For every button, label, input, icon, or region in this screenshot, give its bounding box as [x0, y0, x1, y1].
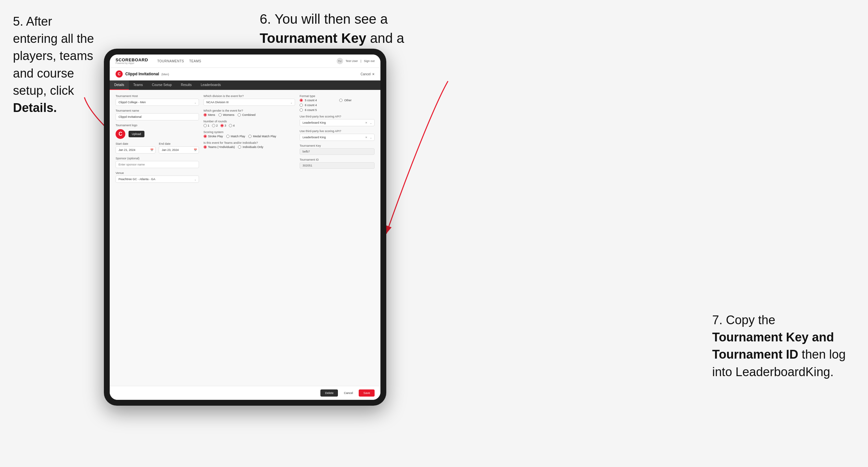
form-right-col: Format type 5 count 4 6 count 4: [300, 94, 375, 381]
tab-details[interactable]: Details: [110, 81, 129, 90]
tournament-logo-label: Tournament logo: [116, 124, 199, 127]
sponsor-label: Sponsor (optional): [116, 157, 199, 160]
format-5count4[interactable]: 5 count 4: [300, 99, 335, 102]
tabs-bar: Details Teams Course Setup Results Leade…: [110, 81, 380, 90]
scoring-medal-match[interactable]: Medal Match Play: [248, 135, 276, 138]
teams-group: Is this event for Teams and/or Individua…: [204, 141, 295, 149]
round-2[interactable]: 2: [212, 124, 218, 127]
individuals-only[interactable]: Individuals Only: [238, 145, 263, 149]
start-date-wrapper: [116, 146, 155, 154]
format-radio-group: 5 count 4 6 count 4 6 count 5: [300, 99, 335, 112]
tournament-logo-group: Tournament logo C Upload: [116, 124, 199, 139]
tournament-id-group: Tournament ID 302051: [300, 158, 375, 169]
start-date-input[interactable]: [116, 146, 155, 154]
end-date-wrapper: [159, 146, 199, 154]
third-party-2-group: Use third-party live scoring API? Leader…: [300, 129, 375, 141]
format-type-group: Format type 5 count 4 6 count 4: [300, 94, 375, 112]
tab-course-setup[interactable]: Course Setup: [147, 81, 176, 90]
format-6count5[interactable]: 6 count 5: [300, 108, 335, 112]
format-col-right: Other: [339, 99, 375, 112]
third-party-1-group: Use third-party live scoring API? Leader…: [300, 115, 375, 126]
user-name: Test User: [346, 59, 358, 63]
venue-select-wrapper: Peachtree GC - Atlanta - GA: [116, 176, 199, 183]
third-party-1-label: Use third-party live scoring API?: [300, 115, 375, 118]
round-4[interactable]: 4: [229, 124, 235, 127]
third-party-2-clear[interactable]: ✕: [365, 136, 368, 139]
navbar-links: TOURNAMENTS TEAMS: [157, 59, 201, 64]
teams-radio-group: Teams (+Individuals) Individuals Only: [204, 145, 295, 149]
tab-teams[interactable]: Teams: [129, 81, 147, 90]
save-button[interactable]: Save: [359, 390, 375, 397]
tablet-screen: SCOREBOARD Powered by clippd TOURNAMENTS…: [110, 55, 380, 400]
venue-group: Venue Peachtree GC - Atlanta - GA: [116, 172, 199, 183]
third-party-1-wrapper: Leaderboard King ✕: [300, 119, 375, 126]
navbar-brand: SCOREBOARD Powered by clippd: [116, 58, 148, 64]
tournament-name-group: Tournament name: [116, 109, 199, 120]
scoring-radio-group: Stroke Play Match Play Medal Match Play: [204, 135, 295, 138]
format-6count4[interactable]: 6 count 4: [300, 103, 335, 107]
scoring-match[interactable]: Match Play: [226, 135, 245, 138]
gender-radio-group: Mens Womens Combined: [204, 113, 295, 117]
annotation-bottom-right: 7. Copy the Tournament Key and Tournamen…: [712, 312, 848, 381]
tournament-name-label: Tournament name: [116, 109, 199, 112]
teams-label: Is this event for Teams and/or Individua…: [204, 141, 295, 145]
division-select[interactable]: NCAA Division III: [204, 99, 295, 106]
end-date-label: End date: [159, 142, 199, 145]
teams-plus-individuals[interactable]: Teams (+Individuals): [204, 145, 235, 149]
delete-button[interactable]: Delete: [320, 390, 338, 397]
form-footer: Delete Cancel Save: [110, 386, 380, 400]
tablet-device: SCOREBOARD Powered by clippd TOURNAMENTS…: [104, 49, 386, 406]
sign-out-link[interactable]: Sign out: [364, 59, 375, 63]
cancel-button[interactable]: Cancel: [341, 390, 356, 397]
tournament-host-label: Tournament Host: [116, 94, 199, 98]
tournament-key-value: befb7: [300, 148, 375, 155]
upload-button[interactable]: Upload: [128, 131, 145, 137]
third-party-1-select[interactable]: Leaderboard King: [300, 119, 375, 126]
form-columns: Tournament Host Clippd College - Men Tou…: [116, 94, 375, 381]
nav-teams[interactable]: TEAMS: [189, 59, 201, 64]
tournament-host-group: Tournament Host Clippd College - Men: [116, 94, 199, 106]
logo-section: C Upload: [116, 129, 199, 139]
venue-label: Venue: [116, 172, 199, 175]
user-avatar: TU: [337, 58, 343, 64]
cancel-header[interactable]: Cancel ✕: [361, 72, 375, 76]
gender-womens[interactable]: Womens: [218, 113, 235, 117]
navbar-separator: |: [361, 59, 361, 63]
rounds-radio-group: 1 2 3 4: [204, 124, 295, 127]
gender-combined[interactable]: Combined: [238, 113, 255, 117]
tournament-host-select[interactable]: Clippd College - Men: [116, 99, 199, 106]
nav-tournaments[interactable]: TOURNAMENTS: [157, 59, 184, 64]
page-header: C Clippd Invitational (Men) Cancel ✕: [110, 68, 380, 81]
tournament-id-value: 302051: [300, 162, 375, 169]
scoring-label: Scoring system: [204, 130, 295, 134]
gender-group: Which gender is the event for? Mens Wome…: [204, 109, 295, 117]
scoring-group: Scoring system Stroke Play Match Play Me…: [204, 130, 295, 138]
page-logo: C: [116, 70, 123, 77]
third-party-1-clear[interactable]: ✕: [365, 121, 368, 124]
sponsor-group: Sponsor (optional): [116, 157, 199, 168]
third-party-2-wrapper: Leaderboard King ✕: [300, 134, 375, 141]
round-3[interactable]: 3: [220, 124, 226, 127]
start-date-group: Start date: [116, 142, 155, 154]
venue-select[interactable]: Peachtree GC - Atlanta - GA: [116, 176, 199, 183]
round-1[interactable]: 1: [204, 124, 209, 127]
date-row: Start date End date: [116, 142, 199, 154]
rounds-label: Number of rounds: [204, 120, 295, 123]
tab-leaderboards[interactable]: Leaderboards: [196, 81, 226, 90]
gender-mens[interactable]: Mens: [204, 113, 215, 117]
format-other[interactable]: Other: [339, 99, 375, 102]
scoring-stroke[interactable]: Stroke Play: [204, 135, 223, 138]
end-date-input[interactable]: [159, 146, 199, 154]
tournament-host-select-wrapper: Clippd College - Men: [116, 99, 199, 106]
form-left-col: Tournament Host Clippd College - Men Tou…: [116, 94, 199, 381]
start-date-label: Start date: [116, 142, 155, 145]
format-type-label: Format type: [300, 94, 375, 98]
sponsor-input[interactable]: [116, 161, 199, 168]
logo-preview: C: [116, 129, 125, 139]
third-party-2-select[interactable]: Leaderboard King: [300, 134, 375, 141]
form-mid-col: Which division is the event for? NCAA Di…: [204, 94, 295, 381]
tournament-name-input[interactable]: [116, 113, 199, 120]
tab-results[interactable]: Results: [176, 81, 196, 90]
format-col-left: 5 count 4 6 count 4 6 count 5: [300, 99, 335, 112]
form-area: Tournament Host Clippd College - Men Tou…: [110, 90, 380, 386]
